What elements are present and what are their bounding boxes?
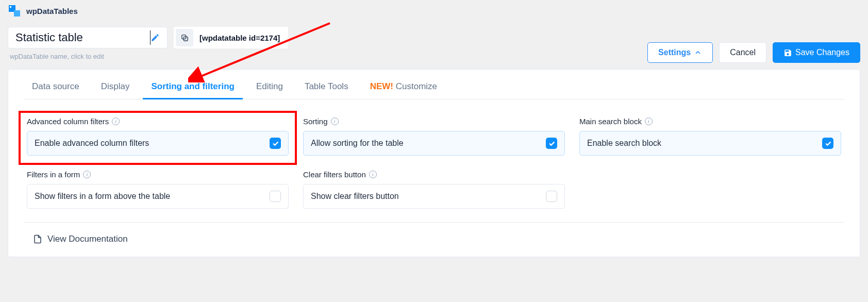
- name-hint: wpDataTable name, click to edit: [10, 53, 165, 60]
- field-search: Main search block i Enable search block: [579, 117, 841, 156]
- label-text: Main search block: [579, 117, 642, 126]
- tab-data-source[interactable]: Data source: [31, 77, 80, 99]
- annotation-highlight: Advanced column filters i Enable advance…: [19, 111, 297, 165]
- option-text: Show filters in a form above the table: [35, 192, 170, 201]
- tab-editing[interactable]: Editing: [255, 77, 284, 99]
- copy-icon: [180, 33, 189, 42]
- checkbox-search[interactable]: [822, 138, 833, 149]
- info-icon[interactable]: i: [369, 171, 377, 178]
- tab-sorting-filtering[interactable]: Sorting and filtering: [150, 77, 236, 99]
- field-clear-filters: Clear filters button i Show clear filter…: [303, 170, 565, 209]
- toggle-sorting[interactable]: Allow sorting for the table: [303, 131, 565, 156]
- option-text: Allow sorting for the table: [311, 139, 404, 148]
- field-label: Main search block i: [579, 117, 841, 126]
- tab-display[interactable]: Display: [100, 77, 131, 99]
- info-icon[interactable]: i: [112, 118, 120, 125]
- check-icon: [824, 140, 832, 147]
- brand-row: wpDataTables: [8, 4, 860, 18]
- label-text: Advanced column filters: [27, 117, 109, 126]
- doc-link-label: View Documentation: [47, 234, 128, 244]
- option-text: Enable search block: [587, 139, 661, 148]
- settings-button[interactable]: Settings: [647, 42, 713, 63]
- shortcode-text[interactable]: [wpdatatable id=2174]: [193, 33, 288, 42]
- tab-table-tools[interactable]: Table Tools: [304, 77, 349, 99]
- brand-name: wpDataTables: [26, 7, 78, 15]
- label-text: Clear filters button: [303, 170, 366, 179]
- save-icon: [783, 48, 792, 57]
- toggle-advanced-filters[interactable]: Enable advanced column filters: [27, 131, 289, 156]
- option-text: Show clear filters button: [311, 192, 399, 201]
- view-documentation-link[interactable]: View Documentation: [24, 223, 844, 244]
- brand-logo-icon: [8, 4, 21, 18]
- cancel-button[interactable]: Cancel: [719, 42, 766, 63]
- svg-rect-2: [10, 6, 11, 8]
- chevron-up-icon: [694, 48, 702, 57]
- settings-panel: Data source Display Sorting and filterin…: [8, 69, 860, 257]
- settings-label: Settings: [658, 48, 691, 57]
- checkbox-advanced-filters[interactable]: [270, 138, 281, 149]
- field-label: Filters in a form i: [27, 170, 289, 179]
- check-icon: [272, 140, 279, 147]
- customize-label: Customize: [396, 81, 437, 91]
- shortcode-box: [wpdatatable id=2174]: [174, 27, 288, 48]
- field-sorting: Sorting i Allow sorting for the table: [303, 117, 565, 156]
- option-text: Enable advanced column filters: [35, 139, 149, 148]
- label-text: Sorting: [303, 117, 328, 126]
- check-icon: [548, 140, 556, 147]
- table-name-input[interactable]: Statistic table: [8, 27, 168, 48]
- field-filters-form: Filters in a form i Show filters in a fo…: [27, 170, 289, 209]
- copy-shortcode-button[interactable]: [176, 29, 193, 46]
- checkbox-clear-filters[interactable]: [546, 191, 557, 202]
- field-label: Clear filters button i: [303, 170, 565, 179]
- field-advanced-filters: Advanced column filters i Enable advance…: [27, 117, 289, 156]
- pencil-icon: [151, 33, 160, 42]
- toggle-filters-form[interactable]: Show filters in a form above the table: [27, 184, 289, 209]
- toggle-search[interactable]: Enable search block: [579, 131, 841, 156]
- header: Statistic table wpDataTable name, click …: [8, 27, 860, 63]
- cancel-label: Cancel: [730, 48, 756, 57]
- tabs: Data source Display Sorting and filterin…: [24, 72, 844, 99]
- document-icon: [33, 234, 42, 244]
- label-text: Filters in a form: [27, 170, 80, 179]
- info-icon[interactable]: i: [645, 118, 653, 125]
- settings-grid: Advanced column filters i Enable advance…: [24, 99, 844, 223]
- save-button[interactable]: Save Changes: [773, 42, 860, 63]
- field-label: Sorting i: [303, 117, 565, 126]
- checkbox-sorting[interactable]: [546, 138, 557, 149]
- field-label: Advanced column filters i: [27, 117, 289, 126]
- svg-rect-1: [14, 10, 20, 16]
- checkbox-filters-form[interactable]: [270, 191, 281, 202]
- toggle-clear-filters[interactable]: Show clear filters button: [303, 184, 565, 209]
- new-badge: NEW!: [370, 81, 393, 91]
- tab-customize[interactable]: NEW! Customize: [369, 77, 438, 99]
- info-icon[interactable]: i: [331, 118, 339, 125]
- save-label: Save Changes: [795, 48, 849, 57]
- table-name-text: Statistic table: [15, 30, 151, 45]
- info-icon[interactable]: i: [83, 171, 91, 178]
